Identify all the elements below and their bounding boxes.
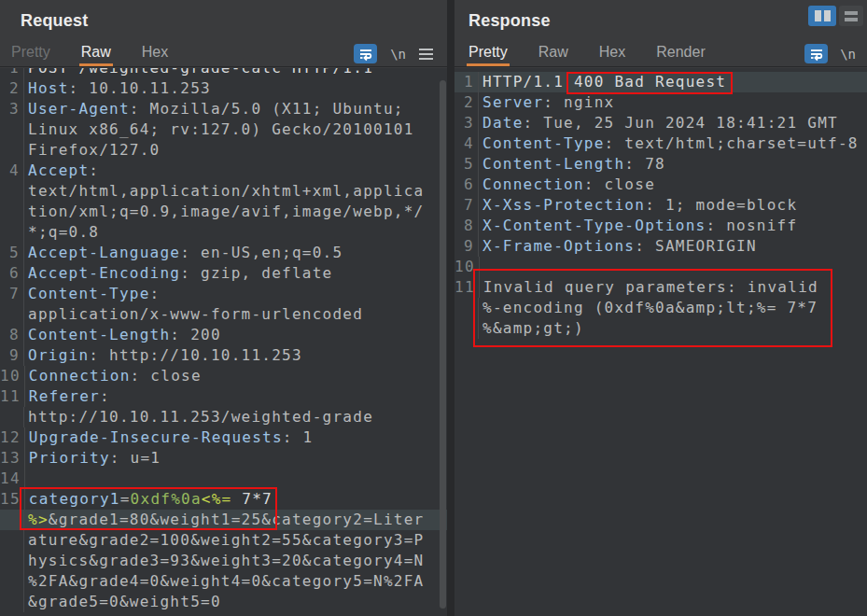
code-text: Date: Tue, 25 Jun 2024 18:41:21 GMT <box>479 113 838 133</box>
code-text: Firefox/127.0 <box>24 140 160 161</box>
line-number <box>454 318 479 339</box>
code-text: X-Xss-Protection: 1; mode=block <box>479 195 797 216</box>
request-line: 13Priority: u=1 <box>0 448 447 469</box>
request-line: %2FA&grade4=0&weight4=0&category5=N%2FA <box>0 571 447 592</box>
line-number: 10 <box>0 366 25 386</box>
panel-divider[interactable] <box>447 0 454 616</box>
line-number: 2 <box>0 78 24 99</box>
code-text: Content-Length: 200 <box>24 325 221 345</box>
code-text: Accept-Language: en-US,en;q=0.5 <box>24 243 343 263</box>
request-line: 7Content-Type: <box>0 284 447 304</box>
response-tab-bar: Pretty Raw Hex Render \n <box>454 41 867 67</box>
code-text: Linux x86_64; rv:127.0) Gecko/20100101 <box>24 119 414 140</box>
request-line: tion/xml;q=0.9,image/avif,image/webp,*/ <box>0 202 447 222</box>
line-number: 10 <box>454 257 480 277</box>
newline-visualization-toggle[interactable]: \n <box>390 47 406 62</box>
request-panel: Request Pretty Raw Hex \n 1POST /weighte… <box>0 0 447 616</box>
response-line: 7X-Xss-Protection: 1; mode=block <box>454 195 867 216</box>
code-text: text/html,application/xhtml+xml,applica <box>24 181 424 202</box>
stacked-layout-icon[interactable] <box>839 6 863 26</box>
request-line: Firefox/127.0 <box>0 140 447 161</box>
request-editor[interactable]: 1POST /weighted-grade-calc HTTP/1.12Host… <box>0 68 447 616</box>
layout-toggle-group <box>808 6 863 26</box>
response-line: 4Content-Type: text/html;charset=utf-8 <box>454 133 867 154</box>
request-tab-hex[interactable]: Hex <box>140 41 170 66</box>
request-line: 15category1=0xdf%0a<%= 7*7 <box>0 489 447 510</box>
request-tab-pretty[interactable]: Pretty <box>9 41 52 66</box>
line-number: 1 <box>454 72 479 92</box>
line-number: 5 <box>454 154 479 175</box>
response-line: %&amp;gt;) <box>454 318 867 339</box>
request-line: 2Host: 10.10.11.253 <box>0 78 447 99</box>
code-text: Content-Type: <box>24 284 160 304</box>
newline-visualization-toggle[interactable]: \n <box>840 47 856 62</box>
code-text: &grade5=0&weight5=0 <box>24 592 221 612</box>
line-number: 11 <box>454 277 480 298</box>
line-number <box>0 202 24 222</box>
request-tab-raw[interactable]: Raw <box>79 41 113 66</box>
line-number: 3 <box>454 113 479 133</box>
code-text: Accept: <box>24 161 99 181</box>
line-number: 8 <box>0 325 24 345</box>
line-number: 2 <box>454 92 479 113</box>
request-code: 1POST /weighted-grade-calc HTTP/1.12Host… <box>0 68 447 612</box>
request-line: &grade5=0&weight5=0 <box>0 592 447 612</box>
line-number: 6 <box>454 175 479 195</box>
code-text <box>25 469 29 489</box>
request-scrollbar[interactable] <box>440 80 446 609</box>
code-text: http://10.10.11.253/weighted-grade <box>24 407 373 427</box>
request-line: 4Accept: <box>0 161 447 181</box>
line-number: 14 <box>0 469 25 489</box>
code-text: %>&grade1=80&weight1=25&category2=Liter <box>24 510 424 530</box>
line-number <box>0 304 24 325</box>
request-line: hysics&grade3=93&weight3=20&category4=N <box>0 551 447 571</box>
request-line: 10Connection: close <box>0 366 447 386</box>
code-text: application/x-www-form-urlencoded <box>24 304 363 325</box>
response-line: 5Content-Length: 78 <box>454 154 867 175</box>
line-number: 5 <box>0 243 24 263</box>
code-text <box>480 257 483 277</box>
code-text: POST /weighted-grade-calc HTTP/1.1 <box>24 68 373 78</box>
code-text: Host: 10.10.11.253 <box>24 78 211 99</box>
line-number: 4 <box>454 133 479 154</box>
line-number: 13 <box>0 448 25 469</box>
line-number <box>0 222 24 243</box>
word-wrap-toggle-button[interactable] <box>354 44 377 63</box>
line-number: 3 <box>0 99 24 119</box>
response-panel: Response Pretty Raw Hex Render \n 1HTTP/… <box>454 0 867 616</box>
line-number <box>0 571 24 592</box>
request-title: Request <box>0 11 88 31</box>
response-editor[interactable]: 1HTTP/1.1 400 Bad Request2Server: nginx3… <box>454 68 867 616</box>
response-tab-pretty[interactable]: Pretty <box>467 41 510 66</box>
request-line: 1POST /weighted-grade-calc HTTP/1.1 <box>0 68 447 78</box>
request-line: http://10.10.11.253/weighted-grade <box>0 407 447 427</box>
request-line: 8Content-Length: 200 <box>0 325 447 345</box>
request-header: Request <box>0 0 447 41</box>
code-text: ature&grade2=100&weight2=55&category3=P <box>24 530 424 551</box>
line-number <box>454 298 479 318</box>
line-number: 11 <box>0 386 25 407</box>
code-text: tion/xml;q=0.9,image/avif,image/webp,*/ <box>24 202 424 222</box>
code-text: User-Agent: Mozilla/5.0 (X11; Ubuntu; <box>24 99 404 119</box>
response-tab-render[interactable]: Render <box>654 41 706 66</box>
response-tab-raw[interactable]: Raw <box>537 41 570 66</box>
response-line: 1HTTP/1.1 400 Bad Request <box>454 72 867 92</box>
code-text: X-Frame-Options: SAMEORIGIN <box>479 236 757 257</box>
request-line: 3User-Agent: Mozilla/5.0 (X11; Ubuntu; <box>0 99 447 119</box>
request-line: 5Accept-Language: en-US,en;q=0.5 <box>0 243 447 263</box>
code-text: Origin: http://10.10.11.253 <box>24 345 302 366</box>
line-number: 7 <box>0 284 24 304</box>
side-by-side-layout-icon[interactable] <box>808 6 836 26</box>
code-text: Content-Type: text/html;charset=utf-8 <box>479 133 859 154</box>
response-line: 3Date: Tue, 25 Jun 2024 18:41:21 GMT <box>454 113 867 133</box>
request-line: 11Referer: <box>0 386 447 407</box>
line-number <box>0 551 24 571</box>
response-tab-hex[interactable]: Hex <box>597 41 627 66</box>
word-wrap-toggle-button[interactable] <box>804 44 828 63</box>
response-line: 11Invalid query parameters: invalid <box>454 277 867 298</box>
code-text: Priority: u=1 <box>25 448 161 469</box>
response-line: 6Connection: close <box>454 175 867 195</box>
hamburger-menu-icon[interactable] <box>419 49 433 60</box>
line-number: 6 <box>0 263 24 284</box>
response-line: %-encoding (0xdf%0a&amp;lt;%= 7*7 <box>454 298 867 318</box>
